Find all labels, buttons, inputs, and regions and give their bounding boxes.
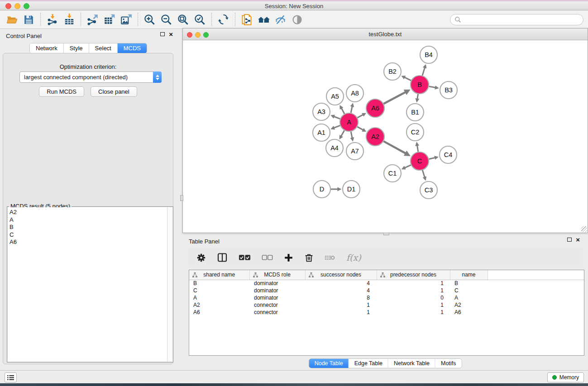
mcds-result-item[interactable]: B [10,224,167,231]
table-cell[interactable]: B [189,280,249,287]
table-cell[interactable]: 4 [305,280,377,287]
zoom-selected-icon[interactable] [191,12,208,27]
table-cell[interactable]: C [450,287,488,294]
zoom-out-icon[interactable] [158,12,175,27]
table-cell[interactable]: 1 [305,301,377,309]
tab-edge-table[interactable]: Edge Table [349,359,388,368]
network-graph[interactable]: B4B2BB3A8A5A6A3B1AC2A1A2A4A7C4CC1C3DD1 [183,40,588,233]
graph-edge-B-B4[interactable] [422,67,425,75]
network-canvas[interactable]: B4B2BB3A8A5A6A3B1AC2A1A2A4A7C4CC1C3DD1 [183,40,588,233]
mcds-result-item[interactable]: A [10,216,167,224]
graph-edge-A-A1[interactable] [334,125,340,128]
new-network-from-selection-icon[interactable] [239,12,255,27]
table-cell[interactable]: A2 [189,301,249,309]
open-file-icon[interactable] [4,12,20,27]
table-cell[interactable]: B [450,280,488,287]
graph-edge-B-B1[interactable] [417,94,418,99]
graph-edge-A-A2[interactable] [357,127,363,130]
left-scroll-nub[interactable] [180,195,183,201]
import-network-icon[interactable] [44,12,61,27]
apply-layout-icon[interactable] [215,12,232,27]
mcds-result-list[interactable]: A2ABCA6 [8,207,167,362]
tab-select[interactable]: Select [89,43,118,53]
tab-node-table[interactable]: Node Table [309,359,349,368]
table-cell[interactable]: A6 [450,309,488,316]
col-mcds-role[interactable]: MCDS role [249,270,305,280]
graph-edge-C-C1[interactable] [405,165,411,168]
close-table-panel-icon[interactable]: × [576,238,580,242]
table-cell[interactable]: 0 [377,294,450,301]
graph-edge-C-C2[interactable] [417,145,418,152]
table-row[interactable]: A2connector11A2 [189,301,584,309]
table-settings-icon[interactable] [196,253,206,262]
memory-button[interactable]: Memory [547,372,584,382]
export-table-icon[interactable] [101,12,118,27]
network-window-titlebar[interactable]: testGlobe.txt [183,29,588,40]
optimization-criterion-select[interactable]: largest connected component (directed) [19,71,162,83]
col-predecessor-nodes[interactable]: predecessor nodes [377,270,450,280]
graph-edge-B-B3[interactable] [429,86,435,88]
deselect-all-rows-icon[interactable] [262,254,273,261]
delete-columns-icon[interactable] [304,253,314,262]
table-row[interactable]: A6connector11A6 [189,309,584,316]
table-cell[interactable]: 1 [377,287,450,294]
graph-edge-C-C4[interactable] [429,157,435,159]
tab-network-table[interactable]: Network Table [388,359,435,368]
graph-edge-B-B2[interactable] [405,77,411,81]
table-row[interactable]: Cdominator41C [189,287,584,294]
graph-edge-A-A8[interactable] [351,106,352,113]
graph-edge-A-A4[interactable] [341,130,344,136]
show-columns-icon[interactable] [217,252,228,263]
table-cell[interactable]: A [450,294,488,301]
table-cell[interactable]: 1 [377,309,450,316]
tab-network[interactable]: Network [30,43,64,53]
table-cell[interactable]: dominator [249,280,305,287]
table-cell[interactable]: A [189,294,249,301]
mcds-result-item[interactable]: A6 [10,238,167,246]
select-all-rows-icon[interactable] [239,253,251,262]
close-panel-icon[interactable]: × [169,32,173,36]
graph-edge-C-C3[interactable] [422,170,425,177]
table-cell[interactable]: connector [249,309,305,316]
float-table-panel-icon[interactable] [567,238,572,242]
tab-style[interactable]: Style [64,43,89,53]
graph-edge-A-A5[interactable] [341,108,344,114]
table-row[interactable]: Adominator80A [189,294,584,301]
zoom-in-icon[interactable] [141,12,158,27]
table-cell[interactable]: A2 [450,301,488,309]
table-cell[interactable]: connector [249,301,305,309]
graph-edge-A-A3[interactable] [334,116,340,119]
graph-edge-A-A7[interactable] [351,132,352,138]
export-network-icon[interactable] [84,12,101,27]
first-neighbors-icon[interactable] [255,12,272,27]
col-successor-nodes[interactable]: successor nodes [305,270,377,280]
table-cell[interactable]: dominator [249,294,305,301]
tab-motifs[interactable]: Motifs [435,359,461,368]
window-resize-grip[interactable] [581,226,587,232]
table-cell[interactable]: 1 [377,301,450,309]
zoom-fit-icon[interactable] [175,12,191,27]
table-cell[interactable]: 8 [305,294,377,301]
mcds-result-item[interactable]: C [10,231,167,239]
table-cell[interactable]: C [189,287,249,294]
col-shared-name[interactable]: shared name [189,270,249,280]
graph-edge-A2-C[interactable] [383,141,406,153]
mcds-result-item[interactable]: A2 [10,209,167,216]
col-name[interactable]: name [450,270,488,280]
graph-edge-A-A6[interactable] [358,114,363,118]
search-input[interactable] [464,16,577,23]
delete-table-icon[interactable] [325,254,335,262]
hide-selected-icon[interactable] [272,12,289,27]
import-table-icon[interactable] [61,12,77,27]
table-cell[interactable]: dominator [249,287,305,294]
table-cell[interactable]: 4 [305,287,377,294]
add-column-icon[interactable] [284,253,293,262]
table-row[interactable]: Bdominator41B [189,280,584,287]
export-image-icon[interactable] [118,12,134,27]
mcds-result-scrollbar[interactable] [167,207,172,362]
table-cell[interactable]: 1 [377,280,450,287]
search-field[interactable] [450,14,583,25]
graph-edge-A6-B[interactable] [384,92,406,104]
table-cell[interactable]: 1 [305,309,377,316]
table-cell[interactable]: A6 [189,309,249,316]
